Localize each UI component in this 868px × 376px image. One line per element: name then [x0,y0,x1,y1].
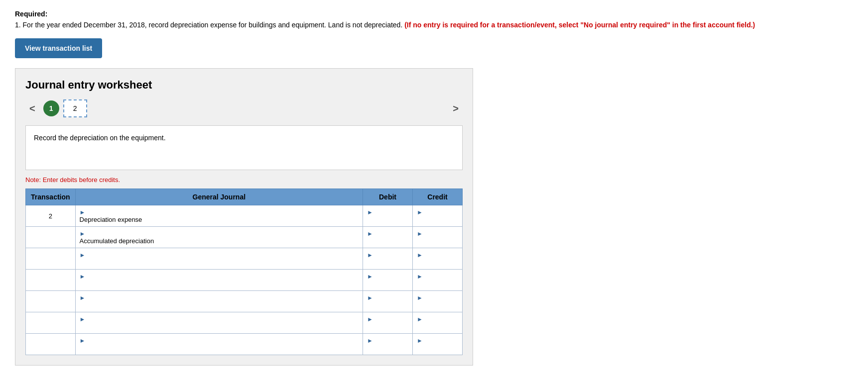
general-journal-input[interactable] [80,259,359,266]
note-text: Note: Enter debits before credits. [25,176,463,184]
debit-cell[interactable]: ► [363,248,413,270]
debit-cell[interactable]: ► [363,291,413,312]
transaction-cell [26,291,76,312]
prev-arrow-button[interactable]: < [25,101,39,116]
transaction-cell [26,227,76,248]
credit-arrow-indicator: ► [417,252,423,259]
general-journal-cell[interactable]: ► [75,270,363,291]
col-header-credit: Credit [413,189,463,205]
arrow-indicator: ► [80,294,86,301]
credit-arrow-indicator: ► [417,230,423,237]
debit-input[interactable] [367,237,404,245]
credit-input[interactable] [417,301,454,309]
debit-arrow-indicator: ► [367,337,373,344]
table-row: ► ► ► [26,291,463,312]
credit-input[interactable] [417,280,454,287]
debit-arrow-indicator: ► [367,316,373,323]
debit-cell[interactable]: ► [363,312,413,334]
table-row: ► ► ► [26,312,463,334]
red-note: (If no entry is required for a transacti… [404,21,755,29]
table-row: 2 ► ► ► [26,205,463,227]
debit-arrow-indicator: ► [367,252,373,259]
table-header-row: Transaction General Journal Debit Credit [26,189,463,205]
general-journal-cell[interactable]: ► [75,291,363,312]
nav-row: < 1 2 > [25,99,463,117]
table-row: ► ► ► [26,270,463,291]
general-journal-input[interactable] [80,301,359,309]
general-journal-cell[interactable]: ► [75,205,363,227]
description-box: Record the depreciation on the equipment… [25,125,463,170]
transaction-cell [26,248,76,270]
table-row: ► ► ► [26,248,463,270]
credit-input[interactable] [417,237,454,245]
col-header-transaction: Transaction [26,189,76,205]
debit-input[interactable] [367,216,404,223]
credit-arrow-indicator: ► [417,209,423,216]
general-journal-cell[interactable]: ► [75,312,363,334]
general-journal-cell[interactable]: ► [75,248,363,270]
credit-input[interactable] [417,344,454,352]
credit-input[interactable] [417,216,454,223]
credit-input[interactable] [417,259,454,266]
worksheet-container: Journal entry worksheet < 1 2 > Record t… [15,68,473,366]
arrow-indicator: ► [80,337,86,344]
credit-arrow-indicator: ► [417,337,423,344]
arrow-indicator: ► [80,209,86,216]
credit-arrow-indicator: ► [417,273,423,280]
credit-arrow-indicator: ► [417,316,423,323]
debit-input[interactable] [367,344,404,352]
credit-input[interactable] [417,323,454,330]
debit-cell[interactable]: ► [363,227,413,248]
step-1-circle[interactable]: 1 [43,100,59,116]
col-header-general-journal: General Journal [75,189,363,205]
general-journal-cell[interactable]: ► [75,334,363,355]
transaction-cell [26,334,76,355]
general-journal-input[interactable] [80,280,359,287]
arrow-indicator: ► [80,273,86,280]
general-journal-input[interactable] [80,216,359,223]
general-journal-input[interactable] [80,344,359,352]
instruction-text: 1. For the year ended December 31, 2018,… [15,20,853,30]
credit-cell[interactable]: ► [413,270,463,291]
journal-table: Transaction General Journal Debit Credit… [25,188,463,355]
transaction-cell [26,312,76,334]
description-text: Record the depreciation on the equipment… [34,134,166,142]
debit-arrow-indicator: ► [367,209,373,216]
general-journal-cell[interactable]: ► [75,227,363,248]
view-transaction-button[interactable]: View transaction list [15,38,102,58]
debit-input[interactable] [367,280,404,287]
credit-cell[interactable]: ► [413,291,463,312]
arrow-indicator: ► [80,252,86,259]
debit-cell[interactable]: ► [363,270,413,291]
credit-arrow-indicator: ► [417,294,423,301]
next-arrow-button[interactable]: > [449,101,463,116]
debit-input[interactable] [367,301,404,309]
table-row: ► ► ► [26,334,463,355]
debit-arrow-indicator: ► [367,273,373,280]
col-header-debit: Debit [363,189,413,205]
worksheet-title: Journal entry worksheet [25,79,463,92]
credit-cell[interactable]: ► [413,248,463,270]
debit-input[interactable] [367,259,404,266]
debit-cell[interactable]: ► [363,334,413,355]
credit-cell[interactable]: ► [413,334,463,355]
transaction-cell [26,270,76,291]
arrow-indicator: ► [80,230,86,237]
debit-input[interactable] [367,323,404,330]
debit-cell[interactable]: ► [363,205,413,227]
debit-arrow-indicator: ► [367,230,373,237]
step-2-box[interactable]: 2 [63,99,87,117]
table-row: ► ► ► [26,227,463,248]
arrow-indicator: ► [80,316,86,323]
required-label: Required: [15,10,853,18]
instruction-body: 1. For the year ended December 31, 2018,… [15,21,402,29]
debit-arrow-indicator: ► [367,294,373,301]
credit-cell[interactable]: ► [413,205,463,227]
general-journal-input[interactable] [80,323,359,330]
transaction-cell: 2 [26,205,76,227]
general-journal-input[interactable] [80,237,359,245]
credit-cell[interactable]: ► [413,312,463,334]
credit-cell[interactable]: ► [413,227,463,248]
